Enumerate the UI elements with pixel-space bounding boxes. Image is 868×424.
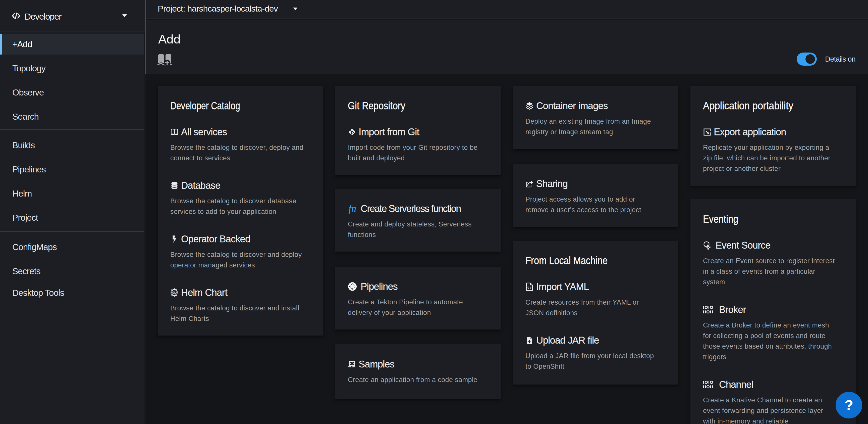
svg-text:HELM: HELM (170, 291, 178, 294)
